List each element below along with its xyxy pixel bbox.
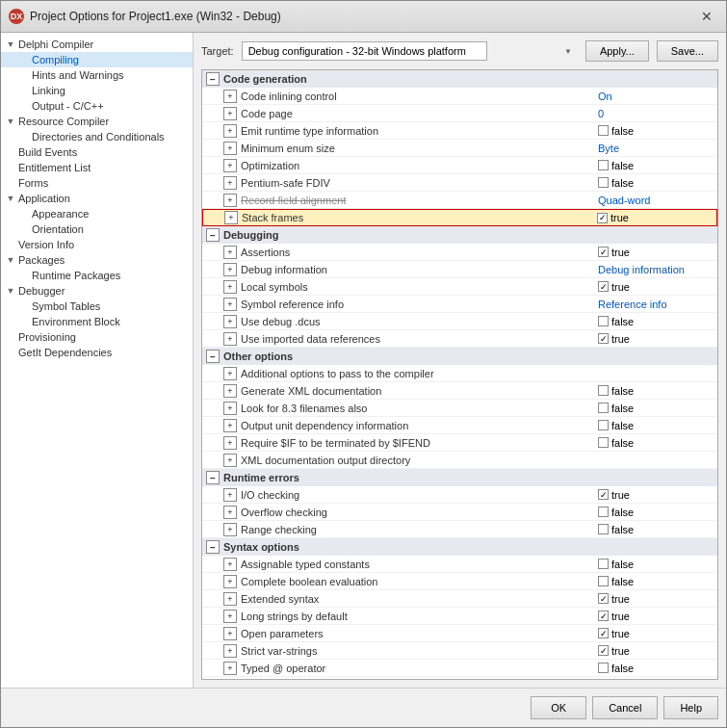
overflow-checking-expand-icon[interactable]: +: [223, 506, 237, 519]
long-strings-checkbox[interactable]: ✓: [598, 611, 609, 621]
sidebar-item-delphi-compiler[interactable]: ▼Delphi Compiler: [1, 37, 193, 52]
prop-row-pentium-fdiv[interactable]: +Pentium-safe FDIVfalse: [202, 174, 717, 192]
prop-row-emit-rtti[interactable]: +Emit runtime type informationfalse: [202, 122, 717, 140]
min-enum-expand-icon[interactable]: +: [223, 142, 237, 155]
prop-value-long-strings[interactable]: ✓true: [598, 611, 714, 622]
emit-rtti-checkbox[interactable]: [598, 125, 609, 136]
prop-row-io-checking[interactable]: +I/O checking✓true: [202, 486, 717, 504]
prop-row-open-params[interactable]: +Open parameters✓true: [202, 625, 717, 642]
debugger-expand-icon[interactable]: ▼: [5, 285, 16, 297]
sidebar-item-debugger[interactable]: ▼Debugger: [1, 283, 193, 299]
assignable-typed-const-expand-icon[interactable]: +: [223, 558, 237, 571]
prop-value-pentium-fdiv[interactable]: false: [598, 177, 714, 189]
other-options-toggle-icon[interactable]: −: [206, 350, 220, 363]
prop-row-local-symbols[interactable]: +Local symbols✓true: [202, 278, 717, 296]
prop-value-generate-xml[interactable]: false: [598, 385, 714, 397]
assertions-expand-icon[interactable]: +: [223, 246, 237, 259]
sidebar-item-symbol-tables[interactable]: Symbol Tables: [1, 299, 193, 314]
prop-row-assertions[interactable]: +Assertions✓true: [202, 244, 717, 261]
use-debug-dcus-checkbox[interactable]: [598, 316, 609, 326]
prop-row-stack-frames[interactable]: +Stack frames✓true: [202, 209, 717, 226]
strict-var-strings-expand-icon[interactable]: +: [223, 644, 237, 658]
prop-row-min-enum[interactable]: +Minimum enum sizeByte: [202, 140, 717, 157]
io-checking-checkbox[interactable]: ✓: [598, 489, 609, 500]
local-symbols-checkbox[interactable]: ✓: [598, 281, 609, 292]
symbol-ref-info-expand-icon[interactable]: +: [223, 298, 237, 311]
section-header-debugging[interactable]: −Debugging: [202, 226, 717, 244]
prop-row-use-imported-data[interactable]: +Use imported data references✓true: [202, 330, 717, 348]
stack-frames-checkbox[interactable]: ✓: [597, 213, 608, 223]
long-strings-expand-icon[interactable]: +: [223, 610, 237, 623]
delphi-compiler-expand-icon[interactable]: ▼: [5, 39, 16, 50]
prop-value-overflow-checking[interactable]: false: [598, 507, 714, 518]
prop-row-complete-bool-eval[interactable]: +Complete boolean evaluationfalse: [202, 573, 717, 590]
sidebar-item-version-info[interactable]: Version Info: [1, 237, 193, 252]
resource-compiler-expand-icon[interactable]: ▼: [5, 116, 16, 127]
prop-value-emit-rtti[interactable]: false: [598, 125, 714, 137]
prop-row-extended-syntax[interactable]: +Extended syntax✓true: [202, 590, 717, 608]
sidebar-item-provisioning[interactable]: Provisioning: [1, 329, 193, 345]
io-checking-expand-icon[interactable]: +: [223, 488, 237, 502]
prop-row-range-checking[interactable]: +Range checkingfalse: [202, 521, 717, 538]
prop-value-io-checking[interactable]: ✓true: [598, 489, 714, 501]
generate-xml-checkbox[interactable]: [598, 385, 609, 396]
sidebar-item-output-cpp[interactable]: Output - C/C++: [1, 98, 193, 114]
sidebar-item-appearance[interactable]: Appearance: [1, 206, 193, 221]
prop-row-long-strings[interactable]: +Long strings by default✓true: [202, 608, 717, 625]
prop-value-range-checking[interactable]: false: [598, 524, 714, 535]
prop-row-record-field-align[interactable]: +Record field alignmentQuad-word: [202, 192, 717, 209]
use-imported-data-expand-icon[interactable]: +: [223, 332, 237, 346]
sidebar-item-packages[interactable]: ▼Packages: [1, 252, 193, 268]
local-symbols-expand-icon[interactable]: +: [223, 280, 237, 294]
debugging-toggle-icon[interactable]: −: [206, 228, 220, 242]
prop-value-use-debug-dcus[interactable]: false: [598, 316, 714, 327]
assignable-typed-const-checkbox[interactable]: [598, 559, 609, 569]
sidebar-item-entitlement-list[interactable]: Entitlement List: [1, 160, 193, 175]
prop-value-optimization[interactable]: false: [598, 160, 714, 171]
output-unit-dep-checkbox[interactable]: [598, 420, 609, 430]
prop-row-additional-options[interactable]: +Additional options to pass to the compi…: [202, 365, 717, 382]
prop-value-open-params[interactable]: ✓true: [598, 628, 714, 639]
prop-value-typed-at-operator[interactable]: false: [598, 663, 714, 674]
code-generation-toggle-icon[interactable]: −: [206, 72, 220, 86]
prop-row-use-debug-dcus[interactable]: +Use debug .dcusfalse: [202, 313, 717, 330]
prop-value-assignable-typed-const[interactable]: false: [598, 559, 714, 570]
stack-frames-expand-icon[interactable]: +: [224, 211, 238, 224]
require-sif-expand-icon[interactable]: +: [223, 436, 237, 450]
prop-row-look-83[interactable]: +Look for 8.3 filenames alsofalse: [202, 400, 717, 417]
prop-value-output-unit-dep[interactable]: false: [598, 420, 714, 431]
section-header-runtime-errors[interactable]: −Runtime errors: [202, 469, 717, 486]
prop-row-xml-doc-output[interactable]: +XML documentation output directory: [202, 452, 717, 469]
application-expand-icon[interactable]: ▼: [5, 193, 16, 204]
complete-bool-eval-expand-icon[interactable]: +: [223, 575, 237, 588]
optimization-checkbox[interactable]: [598, 160, 609, 170]
sidebar-item-resource-compiler[interactable]: ▼Resource Compiler: [1, 114, 193, 129]
prop-row-strict-var-strings[interactable]: +Strict var-strings✓true: [202, 642, 717, 660]
record-field-align-expand-icon[interactable]: +: [223, 194, 237, 207]
prop-value-local-symbols[interactable]: ✓true: [598, 281, 714, 293]
prop-row-require-sif[interactable]: +Require $IF to be terminated by $IFENDf…: [202, 434, 717, 452]
require-sif-checkbox[interactable]: [598, 437, 609, 448]
open-params-expand-icon[interactable]: +: [223, 627, 237, 640]
prop-value-require-sif[interactable]: false: [598, 437, 714, 449]
code-page-expand-icon[interactable]: +: [223, 107, 237, 120]
syntax-options-toggle-icon[interactable]: −: [206, 540, 220, 554]
typed-at-operator-expand-icon[interactable]: +: [223, 662, 237, 675]
prop-value-look-83[interactable]: false: [598, 403, 714, 414]
optimization-expand-icon[interactable]: +: [223, 159, 237, 172]
sidebar-item-compiling[interactable]: Compiling: [1, 52, 193, 67]
runtime-errors-toggle-icon[interactable]: −: [206, 471, 220, 484]
apply-button[interactable]: Apply...: [585, 40, 649, 62]
complete-bool-eval-checkbox[interactable]: [598, 576, 609, 586]
xml-doc-output-expand-icon[interactable]: +: [223, 454, 237, 467]
assertions-checkbox[interactable]: ✓: [598, 247, 609, 257]
strict-var-strings-checkbox[interactable]: ✓: [598, 645, 609, 656]
prop-row-overflow-checking[interactable]: +Overflow checkingfalse: [202, 504, 717, 521]
sidebar-item-application[interactable]: ▼Application: [1, 191, 193, 206]
prop-row-code-page[interactable]: +Code page0: [202, 105, 717, 122]
prop-value-use-imported-data[interactable]: ✓true: [598, 333, 714, 345]
prop-value-stack-frames[interactable]: ✓true: [597, 212, 713, 223]
look-83-checkbox[interactable]: [598, 403, 609, 413]
pentium-fdiv-checkbox[interactable]: [598, 177, 609, 188]
prop-row-typed-at-operator[interactable]: +Typed @ operatorfalse: [202, 660, 717, 677]
